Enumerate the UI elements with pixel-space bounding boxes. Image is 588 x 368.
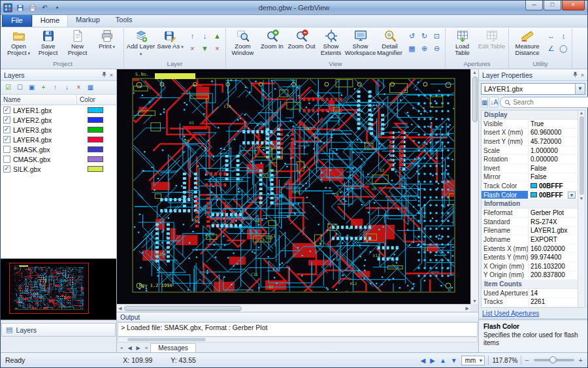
property-value[interactable]: 160.020000: [529, 245, 578, 252]
column-color[interactable]: Color: [77, 95, 116, 105]
qat-save-icon[interactable]: [14, 3, 25, 13]
zoom-selection-icon[interactable]: ⊡: [431, 31, 442, 42]
property-row[interactable]: JobnameEXPORT: [482, 235, 578, 244]
prev-tab-icon[interactable]: ◀: [125, 344, 133, 352]
grid-toggle-icon[interactable]: ▦: [406, 43, 417, 54]
layer-visibility-checkbox[interactable]: [3, 116, 10, 124]
invert-layer-selection-icon[interactable]: ▣: [26, 82, 37, 93]
qat-print-icon[interactable]: [27, 3, 38, 13]
pan-left-icon[interactable]: ◀: [420, 357, 427, 364]
pcb-canvas[interactable]: [117, 69, 470, 304]
layer-visibility-checkbox[interactable]: [3, 156, 10, 163]
list-used-apertures-link[interactable]: List Used Apertures: [482, 310, 539, 317]
layer-row[interactable]: CMASK.gbx: [1, 154, 116, 164]
pan-right-icon[interactable]: ▶: [429, 357, 436, 364]
sort-alpha-icon[interactable]: ↓A: [489, 97, 498, 108]
layer-visibility-checkbox[interactable]: [3, 146, 10, 153]
property-row[interactable]: FileformatGerber Plot: [482, 209, 578, 218]
property-row[interactable]: Y Origin (mm)200.837800: [482, 271, 578, 280]
pan-icon[interactable]: ⊕: [419, 43, 430, 54]
property-row[interactable]: Insert Y (mm)45.720000: [482, 137, 578, 146]
property-section-header[interactable]: Information: [482, 199, 578, 209]
layer-select-combo[interactable]: LAYER1.gbx ▼: [481, 83, 585, 95]
property-row[interactable]: Extents Y (mm)99.974400: [482, 253, 578, 262]
property-row[interactable]: Used Apertures14: [482, 289, 578, 298]
zoom-slider-handle[interactable]: [549, 356, 557, 363]
close-button[interactable]: ×: [562, 1, 585, 10]
measure-radius-icon[interactable]: ◯: [558, 43, 569, 54]
scroll-up-icon[interactable]: ▲: [471, 69, 478, 75]
property-value[interactable]: False: [529, 165, 578, 172]
property-value[interactable]: False: [529, 173, 578, 180]
layer-color-swatch[interactable]: [88, 166, 103, 172]
move-layer-up-icon[interactable]: ↑: [187, 31, 198, 42]
layer-visibility-checkbox[interactable]: [3, 136, 10, 143]
lower-layer-icon[interactable]: ▼: [199, 43, 210, 54]
pg-scroll-up-icon[interactable]: ▲: [580, 110, 584, 115]
tab-tools[interactable]: Tools: [108, 14, 140, 27]
property-row[interactable]: Tracks2261: [482, 298, 578, 307]
messages-tab[interactable]: Messages: [150, 343, 196, 352]
property-value[interactable]: 1.000000: [529, 147, 578, 154]
add-layer-button[interactable]: Add Layer: [126, 28, 155, 58]
value-dropdown-icon[interactable]: ▼: [568, 192, 576, 199]
raise-layer-icon[interactable]: ▲: [212, 31, 223, 42]
property-value[interactable]: 14: [529, 290, 578, 297]
layer-color-swatch[interactable]: [88, 127, 103, 133]
tab-markup[interactable]: Markup: [68, 14, 108, 27]
layer-row[interactable]: LAYER4.gbx: [1, 135, 116, 144]
property-row[interactable]: InvertFalse: [482, 164, 578, 173]
property-value[interactable]: 216.103200: [529, 263, 578, 270]
pg-scroll-thumb[interactable]: [580, 116, 584, 195]
pg-scroll-down-icon[interactable]: ▼: [580, 196, 584, 201]
maximize-button[interactable]: □: [544, 1, 561, 10]
property-grid-scrollbar[interactable]: ▲ ▼: [578, 110, 585, 307]
panel-close-icon[interactable]: ×: [110, 72, 113, 78]
app-icon[interactable]: [3, 3, 12, 12]
measure-angle-icon[interactable]: ∠: [546, 43, 557, 54]
qat-dropdown-icon[interactable]: ▾: [52, 3, 63, 13]
property-row[interactable]: StandardRS-274X: [482, 218, 578, 227]
layer-visibility-checkbox[interactable]: [3, 165, 10, 173]
property-row[interactable]: Scale1.000000: [482, 146, 578, 156]
zoom-in-small-icon[interactable]: +: [579, 356, 583, 364]
layer-color-swatch[interactable]: [88, 117, 103, 123]
property-section-header[interactable]: Item Counts: [482, 280, 578, 289]
zoom-next-icon[interactable]: ↻: [419, 31, 430, 42]
scroll-left-icon[interactable]: ◀: [117, 305, 123, 312]
load-table-button[interactable]: Load Table: [448, 28, 477, 56]
property-row[interactable]: Flash Color00BFFF▼: [482, 191, 578, 200]
property-value[interactable]: EXPORT: [529, 236, 578, 243]
layer-properties-icon[interactable]: ▦: [85, 82, 96, 93]
last-tab-icon[interactable]: »: [143, 344, 150, 352]
properties-pin-icon[interactable]: [572, 71, 578, 78]
thumbnail-canvas[interactable]: [1, 259, 116, 320]
next-tab-icon[interactable]: ▶: [135, 344, 142, 352]
property-row[interactable]: Extents X (mm)160.020000: [482, 244, 578, 254]
combo-dropdown-icon[interactable]: ▼: [575, 84, 585, 94]
property-value[interactable]: 00BFFF▼: [529, 192, 578, 199]
property-value[interactable]: 45.720000: [529, 138, 578, 145]
layer-visibility-checkbox[interactable]: [3, 126, 10, 133]
horizontal-scroll-thumb[interactable]: [124, 306, 242, 311]
pan-down-icon[interactable]: ▼: [450, 357, 458, 364]
zoom-previous-icon[interactable]: ↺: [406, 31, 417, 42]
thumbnail-area[interactable]: [1, 258, 116, 320]
pcb-canvas-wrap[interactable]: ▲ ▼ ◀ ▶: [117, 69, 478, 312]
new-project-button[interactable]: New Project: [63, 28, 92, 56]
print-button[interactable]: Print: [92, 28, 122, 50]
measure-distance-button[interactable]: Measure Distance: [511, 28, 544, 56]
units-combo[interactable]: mm ▼: [461, 356, 485, 365]
property-value[interactable]: True: [529, 120, 578, 127]
property-row[interactable]: VisibleTrue: [482, 120, 578, 129]
column-name[interactable]: Name: [1, 95, 77, 105]
layer-row[interactable]: LAYER3.gbx: [1, 125, 116, 135]
edit-table-button[interactable]: Edit Table: [477, 28, 506, 50]
property-row[interactable]: MirrorFalse: [482, 173, 578, 182]
property-row[interactable]: Track Color00BFFF: [482, 182, 578, 191]
properties-close-icon[interactable]: ×: [581, 72, 584, 78]
property-value[interactable]: 2261: [529, 298, 578, 305]
measure-y-icon[interactable]: ↕: [558, 31, 569, 42]
layer-color-swatch[interactable]: [88, 156, 103, 162]
check-all-layers-icon[interactable]: ☑: [3, 82, 14, 93]
